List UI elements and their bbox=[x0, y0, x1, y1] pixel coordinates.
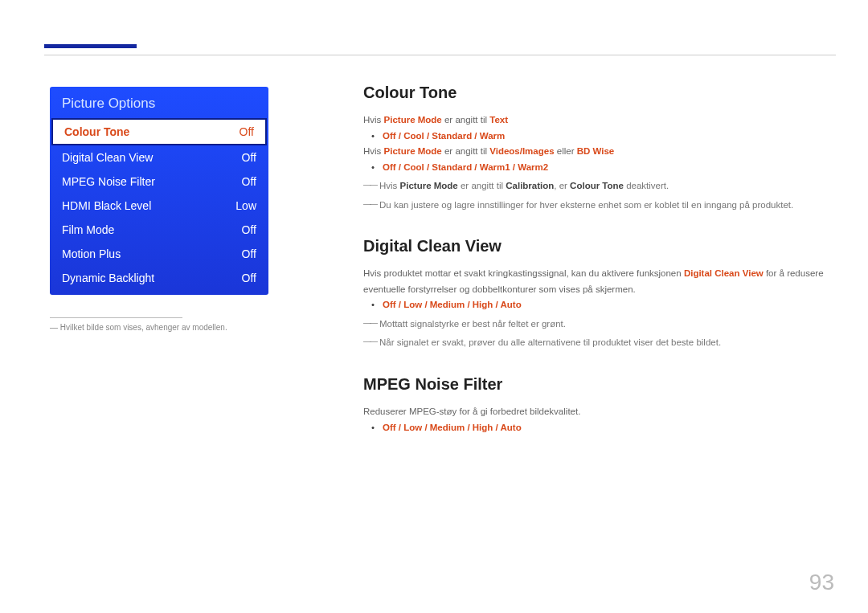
text: er angitt til bbox=[442, 115, 489, 125]
osd-row-label: Motion Plus bbox=[62, 247, 121, 260]
page-number: 93 bbox=[809, 570, 834, 595]
text: Hvis produktet mottar et svakt kringkast… bbox=[363, 268, 684, 278]
note-text: Du kan justere og lagre innstillinger fo… bbox=[379, 198, 793, 214]
ct-note-1: ―― Hvis Picture Mode er angitt til Calib… bbox=[363, 178, 829, 194]
header-accent-bar bbox=[44, 44, 137, 48]
osd-row-value: Off bbox=[242, 247, 256, 260]
text: er angitt til bbox=[442, 146, 489, 156]
text: , er bbox=[554, 181, 570, 190]
osd-row-motion-plus[interactable]: Motion Plus Off bbox=[51, 242, 268, 266]
picture-mode-ref: Picture Mode bbox=[384, 146, 442, 156]
osd-row-label: Colour Tone bbox=[64, 125, 129, 138]
option-list: Off / Cool / Standard / Warm1 / Warm2 bbox=[383, 162, 548, 172]
osd-row-label: Digital Clean View bbox=[62, 151, 153, 164]
note-text: Mottatt signalstyrke er best når feltet … bbox=[379, 317, 566, 333]
heading-digital-clean-view: Digital Clean View bbox=[363, 232, 829, 260]
osd-row-value: Off bbox=[240, 125, 254, 138]
picture-mode-ref: Picture Mode bbox=[384, 115, 442, 125]
header-divider bbox=[44, 55, 836, 55]
text: deaktivert. bbox=[624, 181, 669, 190]
right-column: Colour Tone Hvis Picture Mode er angitt … bbox=[363, 79, 829, 435]
dcv-bullet: Off / Low / Medium / High / Auto bbox=[363, 297, 829, 313]
heading-colour-tone: Colour Tone bbox=[363, 79, 829, 106]
picture-mode-ref: Picture Mode bbox=[400, 181, 458, 190]
left-column: Picture Options Colour Tone Off Digital … bbox=[50, 87, 268, 332]
osd-row-label: Dynamic Backlight bbox=[62, 272, 154, 284]
osd-row-film-mode[interactable]: Film Mode Off bbox=[51, 218, 268, 242]
text: Hvis bbox=[379, 181, 400, 190]
ct-line2: Hvis Picture Mode er angitt til Videos/I… bbox=[363, 144, 829, 160]
dash-icon: ―― bbox=[363, 197, 376, 210]
osd-row-label: HDMI Black Level bbox=[62, 199, 151, 212]
calibration-ref: Calibration bbox=[506, 181, 554, 190]
osd-row-dynamic-backlight[interactable]: Dynamic Backlight Off bbox=[51, 266, 268, 294]
text: eller bbox=[555, 146, 577, 156]
osd-menu-title: Picture Options bbox=[51, 88, 268, 118]
footnote-rule bbox=[50, 317, 182, 318]
heading-mpeg-noise-filter: MPEG Noise Filter bbox=[363, 370, 829, 398]
dcv-note-2: ―― Når signalet er svakt, prøver du alle… bbox=[363, 335, 829, 351]
osd-row-colour-tone[interactable]: Colour Tone Off bbox=[51, 118, 267, 145]
ct-line1: Hvis Picture Mode er angitt til Text bbox=[363, 112, 829, 129]
digital-clean-view-ref: Digital Clean View bbox=[684, 268, 764, 278]
osd-row-value: Off bbox=[242, 272, 256, 284]
colour-tone-ref: Colour Tone bbox=[570, 181, 624, 190]
note-text: Når signalet er svakt, prøver du alle al… bbox=[379, 335, 721, 351]
dash-icon: ―― bbox=[363, 178, 376, 191]
osd-row-label: MPEG Noise Filter bbox=[62, 175, 155, 188]
mnf-para: Reduserer MPEG-støy for å gi forbedret b… bbox=[363, 404, 829, 420]
ct-bullet-1: Off / Cool / Standard / Warm bbox=[363, 129, 829, 145]
dcv-note-1: ―― Mottatt signalstyrke er best når felt… bbox=[363, 317, 829, 333]
text: Hvis bbox=[363, 115, 384, 125]
bd-wise-ref: BD Wise bbox=[577, 146, 615, 156]
osd-row-digital-clean-view[interactable]: Digital Clean View Off bbox=[51, 145, 268, 170]
option-list: Off / Low / Medium / High / Auto bbox=[383, 423, 522, 432]
option-list: Off / Cool / Standard / Warm bbox=[383, 131, 505, 141]
videos-images-ref: Videos/Images bbox=[489, 146, 554, 156]
osd-row-value: Off bbox=[242, 223, 256, 236]
osd-footnote: Hvilket bilde som vises, avhenger av mod… bbox=[50, 323, 268, 332]
osd-row-mpeg-noise-filter[interactable]: MPEG Noise Filter Off bbox=[51, 170, 268, 194]
osd-row-hdmi-black-level[interactable]: HDMI Black Level Low bbox=[51, 194, 268, 218]
osd-row-label: Film Mode bbox=[62, 223, 114, 236]
osd-row-value: Off bbox=[242, 151, 256, 164]
osd-menu-panel: Picture Options Colour Tone Off Digital … bbox=[50, 87, 268, 295]
note-text: Hvis Picture Mode er angitt til Calibrat… bbox=[379, 178, 669, 194]
dcv-para: Hvis produktet mottar et svakt kringkast… bbox=[363, 266, 829, 297]
mnf-bullet: Off / Low / Medium / High / Auto bbox=[363, 420, 829, 436]
text-mode-ref: Text bbox=[489, 115, 508, 125]
osd-row-value: Low bbox=[235, 199, 256, 212]
osd-row-value: Off bbox=[242, 175, 256, 188]
option-list: Off / Low / Medium / High / Auto bbox=[383, 300, 522, 309]
ct-bullet-2: Off / Cool / Standard / Warm1 / Warm2 bbox=[363, 160, 829, 176]
text: er angitt til bbox=[458, 181, 506, 190]
dash-icon: ―― bbox=[363, 316, 376, 329]
text: Hvis bbox=[363, 146, 384, 156]
dash-icon: ―― bbox=[363, 334, 376, 348]
ct-note-2: ―― Du kan justere og lagre innstillinger… bbox=[363, 198, 829, 214]
